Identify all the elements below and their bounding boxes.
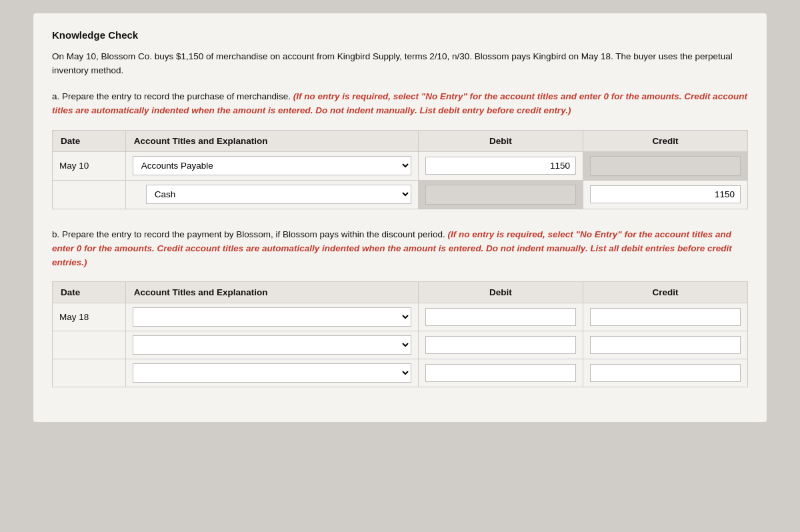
b-row1-date: May 18 <box>53 303 126 331</box>
table-row: May 10 Accounts Payable No Entry Cash Me… <box>53 151 748 180</box>
row2-date <box>53 180 126 209</box>
b-row3-credit-cell <box>583 359 747 387</box>
section-a-table: Date Account Titles and Explanation Debi… <box>52 130 748 209</box>
header-date: Date <box>53 130 126 151</box>
section-b-instruction: b. Prepare the entry to record the payme… <box>52 228 748 270</box>
table-row: May 18 No Entry Accounts Payable Cash Me… <box>53 303 748 331</box>
b-row2-credit-input[interactable] <box>590 336 741 354</box>
row2-account-select[interactable]: Cash No Entry Accounts Payable Merchandi… <box>146 185 411 204</box>
row1-account-select[interactable]: Accounts Payable No Entry Cash Merchandi… <box>133 156 411 175</box>
table-row: Cash No Entry Accounts Payable Merchandi… <box>53 180 748 209</box>
row2-credit-input[interactable] <box>590 185 741 203</box>
row2-account-cell: Cash No Entry Accounts Payable Merchandi… <box>125 180 418 209</box>
b-row3-credit-input[interactable] <box>590 364 741 382</box>
main-container: Knowledge Check On May 10, Blossom Co. b… <box>33 13 767 422</box>
header-b-account: Account Titles and Explanation <box>125 282 418 303</box>
b-row1-credit-cell <box>583 303 747 331</box>
intro-text: On May 10, Blossom Co. buys $1,150 of me… <box>52 50 748 78</box>
table-header-row-b: Date Account Titles and Explanation Debi… <box>53 282 748 303</box>
header-b-credit: Credit <box>583 282 747 303</box>
row1-debit-cell <box>418 151 583 180</box>
section-b-label: b. <box>52 229 62 239</box>
b-row1-debit-input[interactable] <box>425 308 576 326</box>
row1-date: May 10 <box>53 151 126 180</box>
row1-credit-cell <box>583 151 747 180</box>
b-row2-debit-input[interactable] <box>425 336 576 354</box>
section-a-instruction: a. Prepare the entry to record the purch… <box>52 90 748 118</box>
b-row1-account-select[interactable]: No Entry Accounts Payable Cash Merchandi… <box>133 307 411 327</box>
header-account: Account Titles and Explanation <box>125 130 418 151</box>
b-row3-debit-cell <box>418 359 583 387</box>
b-row1-credit-input[interactable] <box>590 308 741 326</box>
b-row2-date <box>53 331 126 359</box>
table-header-row: Date Account Titles and Explanation Debi… <box>53 130 748 151</box>
row2-debit-shaded <box>425 185 576 205</box>
section-b-normal: Prepare the entry to record the payment … <box>62 229 448 239</box>
table-row: No Entry Accounts Payable Cash Merchandi… <box>53 331 748 359</box>
row2-credit-cell <box>583 180 747 209</box>
b-row3-debit-input[interactable] <box>425 364 576 382</box>
b-row3-account-select[interactable]: No Entry Accounts Payable Cash Merchandi… <box>133 363 411 383</box>
header-b-debit: Debit <box>418 282 583 303</box>
b-row2-debit-cell <box>418 331 583 359</box>
b-row2-account-select[interactable]: No Entry Accounts Payable Cash Merchandi… <box>133 335 411 355</box>
header-b-date: Date <box>53 282 126 303</box>
header-debit: Debit <box>418 130 583 151</box>
row1-credit-shaded <box>590 156 741 176</box>
page-title: Knowledge Check <box>52 29 748 41</box>
header-credit: Credit <box>583 130 747 151</box>
section-a-normal: Prepare the entry to record the purchase… <box>62 91 293 101</box>
section-a-label: a. <box>52 91 62 101</box>
b-row2-account-cell: No Entry Accounts Payable Cash Merchandi… <box>125 331 418 359</box>
table-row: No Entry Accounts Payable Cash Merchandi… <box>53 359 748 387</box>
section-b-table: Date Account Titles and Explanation Debi… <box>52 281 748 387</box>
b-row3-account-cell: No Entry Accounts Payable Cash Merchandi… <box>125 359 418 387</box>
row1-debit-input[interactable] <box>425 157 576 175</box>
b-row1-account-cell: No Entry Accounts Payable Cash Merchandi… <box>125 303 418 331</box>
b-row2-credit-cell <box>583 331 747 359</box>
b-row1-debit-cell <box>418 303 583 331</box>
row2-debit-cell <box>418 180 583 209</box>
b-row3-date <box>53 359 126 387</box>
row1-account-cell: Accounts Payable No Entry Cash Merchandi… <box>125 151 418 180</box>
